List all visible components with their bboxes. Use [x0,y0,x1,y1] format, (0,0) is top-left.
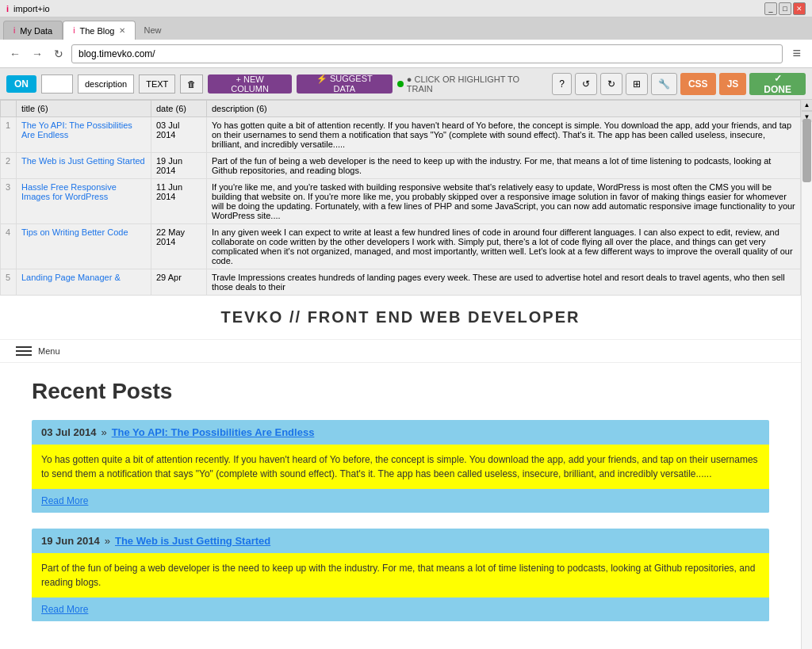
row-date: 19 Jun 2014 [151,153,207,179]
row-description: Travle Impressions creates hundreds of l… [207,269,801,296]
scrollbar-thumb[interactable] [802,119,811,182]
tab-mydata-icon: i [13,26,15,35]
post-footer: Read More [32,489,769,513]
train-label: ● CLICK OR HIGHLIGHT TO TRAIN [397,74,547,94]
new-column-button[interactable]: + NEW COLUMN [208,74,292,94]
reload-btn[interactable]: ↻ [600,73,622,95]
post-arrow-icon: » [101,426,106,438]
row-date: 11 Jun 2014 [151,179,207,224]
row-date: 03 Jul 2014 [151,117,207,153]
post-excerpt: Yo has gotten quite a bit of attention r… [32,445,769,489]
refresh-button[interactable]: ↻ [51,46,67,62]
train-text: ● CLICK OR HIGHLIGHT TO TRAIN [407,74,547,94]
table-row[interactable]: 4 Tips on Writing Better Code 22 May 201… [1,224,801,269]
post-footer: Read More [32,597,769,621]
hamburger-line-3 [16,354,32,356]
address-bar[interactable] [71,44,783,63]
menu-label: Menu [38,346,60,356]
row-description: Part of the fun of being a web developer… [207,153,801,179]
post-title-link[interactable]: The Web is Just Getting Started [115,535,270,547]
row-num: 3 [1,179,17,224]
tab-new[interactable]: New [136,21,169,40]
hamburger-button[interactable] [16,346,32,356]
hamburger-line-2 [16,350,32,352]
row-date: 29 Apr [151,269,207,296]
side-scrollbar[interactable]: ▲ ▼ [801,100,812,649]
wrench-button[interactable]: 🔧 [651,73,677,95]
site-body: Recent Posts 03 Jul 2014 » The Yo API: T… [0,363,801,649]
website-area: TEVKO // FRONT END WEB DEVELOPER Menu Re… [0,296,801,649]
post-date: 03 Jul 2014 [41,426,96,438]
close-button[interactable]: ✕ [793,2,806,15]
table-row[interactable]: 3 Hassle Free Responsive Images for Word… [1,179,801,224]
row-title-link[interactable]: Tips on Writing Better Code [21,227,128,237]
table-row[interactable]: 2 The Web is Just Getting Started 19 Jun… [1,153,801,179]
recent-posts-heading: Recent Posts [32,379,769,404]
scrollbar-up-button[interactable]: ▲ [802,100,812,111]
browser-menu-button[interactable]: ≡ [787,44,806,63]
row-title-link[interactable]: The Web is Just Getting Started [21,156,145,166]
refresh-btn[interactable]: ↺ [575,73,597,95]
site-title: TEVKO // FRONT END WEB DEVELOPER [16,308,785,326]
title-bar: i import+io _ □ ✕ [0,0,812,17]
on-button[interactable]: ON [6,75,36,93]
read-more-link[interactable]: Read More [41,604,88,615]
nav-bar: ← → ↻ ≡ [0,40,812,68]
post-title-link[interactable]: The Yo API: The Possibilities Are Endles… [112,426,315,438]
table-row[interactable]: 5 Landing Page Manager & 29 Apr Travle I… [1,269,801,296]
js-button[interactable]: JS [719,73,747,95]
row-title: Landing Page Manager & [17,269,151,296]
app-name: import+io [13,4,50,13]
on-input[interactable] [41,74,73,94]
trash-button[interactable]: 🗑 [180,74,203,94]
tab-blog-close-icon[interactable]: ✕ [119,26,125,35]
tab-blog-icon: i [73,26,75,35]
post-excerpt: Part of the fun of being a web developer… [32,553,769,597]
row-title: The Web is Just Getting Started [17,153,151,179]
col-header-desc: description (6) [207,101,801,117]
forward-button[interactable]: → [29,46,46,62]
row-num: 1 [1,117,17,153]
back-button[interactable]: ← [6,46,24,62]
row-description: In any given week I can expect to write … [207,224,801,269]
maximize-button[interactable]: □ [779,2,791,15]
tabs-bar: i My Data i The Blog ✕ New [0,17,812,40]
done-button[interactable]: ✓ DONE [749,73,806,95]
help-button[interactable]: ? [552,73,572,95]
row-description: Yo has gotten quite a bit of attention r… [207,117,801,153]
row-title-link[interactable]: Hassle Free Responsive Images for WordPr… [21,182,117,201]
read-more-link[interactable]: Read More [41,495,88,506]
post-card: 03 Jul 2014 » The Yo API: The Possibilit… [32,420,769,513]
hamburger-line-1 [16,346,32,348]
post-header: 19 Jun 2014 » The Web is Just Getting St… [32,529,769,553]
importio-toolbar: ON description TEXT 🗑 + NEW COLUMN ⚡ SUG… [0,68,812,100]
tab-mydata[interactable]: i My Data [3,21,63,40]
text-button[interactable]: TEXT [139,74,175,94]
table-row[interactable]: 1 The Yo API: The Possibilities Are Endl… [1,117,801,153]
suggest-data-button[interactable]: ⚡ SUGGEST DATA [297,74,393,94]
post-arrow-icon: » [105,535,110,547]
css-button[interactable]: CSS [680,73,716,95]
menu-area: Menu [0,340,801,363]
tab-blog[interactable]: i The Blog ✕ [63,21,136,40]
row-num: 4 [1,224,17,269]
main-split: title (6) date (6) description (6) 1 The… [0,100,812,649]
row-date: 22 May 2014 [151,224,207,269]
row-description: If you're like me, and you're tasked wit… [207,179,801,224]
data-table: title (6) date (6) description (6) 1 The… [0,100,801,296]
posts-container: 03 Jul 2014 » The Yo API: The Possibilit… [32,420,769,621]
toolbar-right: ? ↺ ↻ ⊞ 🔧 CSS JS ✓ DONE [552,73,806,95]
row-title-link[interactable]: The Yo API: The Possibilities Are Endles… [21,120,132,139]
post-header: 03 Jul 2014 » The Yo API: The Possibilit… [32,420,769,445]
row-num: 5 [1,269,17,296]
col-header-date: date (6) [151,101,207,117]
content-area: title (6) date (6) description (6) 1 The… [0,100,801,649]
trash-icon: 🗑 [187,79,196,89]
tab-mydata-label: My Data [20,26,52,36]
minimize-button[interactable]: _ [764,2,777,15]
grid-button[interactable]: ⊞ [626,73,648,95]
row-title: The Yo API: The Possibilities Are Endles… [17,117,151,153]
app-logo: i [6,4,9,13]
description-label: description [78,74,134,94]
row-title-link[interactable]: Landing Page Manager & [21,273,121,282]
